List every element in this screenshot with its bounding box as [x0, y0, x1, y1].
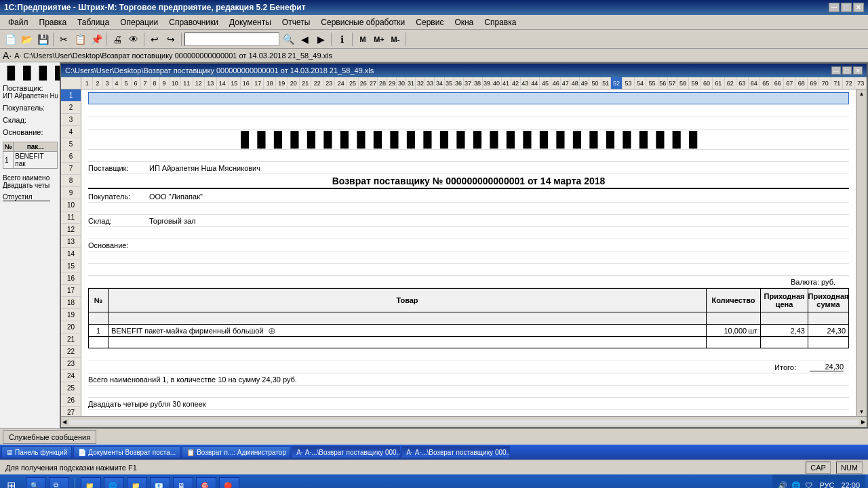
grid-row-5[interactable]: [88, 150, 849, 162]
row-num-18[interactable]: 18: [61, 297, 81, 309]
menu-table[interactable]: Таблица: [72, 16, 115, 28]
row-num-27[interactable]: 27: [61, 407, 81, 416]
grid-row-3[interactable]: [88, 118, 849, 130]
tb-m-minus[interactable]: M-: [388, 32, 403, 47]
maximize-button[interactable]: □: [841, 3, 852, 12]
col-27[interactable]: 27: [368, 77, 378, 89]
col-57[interactable]: 57: [668, 77, 677, 89]
menu-windows[interactable]: Окна: [449, 16, 479, 28]
col-16[interactable]: 16: [241, 77, 252, 89]
row-num-22[interactable]: 22: [61, 346, 81, 358]
row-num-19[interactable]: 19: [61, 309, 81, 321]
grid-row-6[interactable]: Поставщик: ИП Айрапетян Нша Мясникович: [88, 162, 849, 174]
win-task-app2[interactable]: 🔴: [219, 477, 239, 488]
task-spreadsheet-2[interactable]: А· А·...\Возврат поставщику 000...: [401, 446, 510, 458]
col-47[interactable]: 47: [561, 77, 570, 89]
col-38[interactable]: 38: [473, 77, 483, 89]
col-13[interactable]: 13: [205, 77, 216, 89]
col-43[interactable]: 43: [521, 77, 530, 89]
col-41[interactable]: 41: [502, 77, 511, 89]
row-num-17[interactable]: 17: [61, 285, 81, 297]
tb-print[interactable]: 🖨: [110, 32, 125, 47]
tb-redo[interactable]: ↪: [163, 32, 178, 47]
grid-row-18-data[interactable]: 1 BENEFIT пакет-майка фирменный большой …: [88, 325, 849, 337]
ss-maximize[interactable]: □: [842, 66, 852, 75]
col-67[interactable]: 67: [784, 77, 795, 89]
row-num-25[interactable]: 25: [61, 382, 81, 394]
col-62[interactable]: 62: [725, 77, 736, 89]
col-52[interactable]: 52: [611, 77, 623, 89]
grid-row-9[interactable]: [88, 203, 849, 215]
win-task-app1[interactable]: 🎯: [196, 477, 216, 488]
col-42[interactable]: 42: [511, 77, 521, 89]
col-56[interactable]: 56: [658, 77, 668, 89]
col-61[interactable]: 61: [713, 77, 724, 89]
grid-row-14[interactable]: [88, 264, 849, 276]
ss-minimize[interactable]: —: [831, 66, 841, 75]
row-num-5[interactable]: 5: [61, 138, 81, 150]
grid-row-10[interactable]: Склад: Торговый зал: [88, 215, 849, 227]
grid-row-25[interactable]: [88, 410, 849, 416]
grid-row-13[interactable]: [88, 251, 849, 264]
menu-help[interactable]: Справка: [479, 16, 521, 28]
win-task-taskview[interactable]: ⧉: [49, 477, 69, 488]
col-29[interactable]: 29: [387, 77, 397, 89]
ss-vertical-scrollbar[interactable]: ▲ ▼: [856, 89, 867, 416]
grid-row-20[interactable]: [88, 349, 849, 361]
col-12[interactable]: 12: [193, 77, 205, 89]
grid-row-2[interactable]: [88, 105, 849, 117]
ss-horizontal-scrollbar[interactable]: ◀ ▶: [61, 416, 867, 427]
item-qty-1[interactable]: 10,000 шт: [707, 325, 761, 337]
col-28[interactable]: 28: [378, 77, 387, 89]
col-6[interactable]: 6: [132, 77, 141, 89]
col-18[interactable]: 18: [264, 77, 275, 89]
col-35[interactable]: 35: [445, 77, 454, 89]
col-9[interactable]: 9: [160, 77, 170, 89]
grid-row-1[interactable]: [88, 92, 849, 104]
col-15[interactable]: 15: [229, 77, 240, 89]
col-72[interactable]: 72: [843, 77, 854, 89]
task-return-admin[interactable]: 📋 Возврат п...: Администратор: [182, 446, 290, 458]
menu-service-ops[interactable]: Сервисные обработки: [315, 16, 410, 28]
minimize-button[interactable]: —: [829, 3, 840, 12]
col-17[interactable]: 17: [252, 77, 264, 89]
win-task-browser[interactable]: 🌐: [104, 477, 124, 488]
col-68[interactable]: 68: [796, 77, 808, 89]
tb-m-plus[interactable]: M+: [372, 32, 387, 47]
col-14[interactable]: 14: [217, 77, 229, 89]
tb-search-go[interactable]: 🔍: [281, 32, 296, 47]
win-task-mail[interactable]: 📧: [150, 477, 170, 488]
row-num-13[interactable]: 13: [61, 236, 81, 248]
col-31[interactable]: 31: [406, 77, 416, 89]
service-messages-btn[interactable]: Служебные сообщения: [3, 430, 96, 444]
row-num-24[interactable]: 24: [61, 370, 81, 382]
col-26[interactable]: 26: [359, 77, 368, 89]
col-55[interactable]: 55: [646, 77, 658, 89]
menu-edit[interactable]: Правка: [34, 16, 73, 28]
col-5[interactable]: 5: [122, 77, 132, 89]
col-2[interactable]: 2: [93, 77, 102, 89]
col-63[interactable]: 63: [736, 77, 748, 89]
tray-icon-1[interactable]: 🔊: [778, 481, 787, 489]
grid-row-19[interactable]: [88, 337, 849, 349]
row-num-8[interactable]: 8: [61, 175, 81, 187]
tb-new[interactable]: 📄: [3, 32, 18, 47]
row-num-4[interactable]: 4: [61, 126, 81, 138]
col-73[interactable]: 73: [855, 77, 867, 89]
tray-icon-2[interactable]: 🌐: [791, 481, 801, 489]
tb-m[interactable]: M: [355, 32, 370, 47]
col-58[interactable]: 58: [677, 77, 689, 89]
row-num-26[interactable]: 26: [61, 394, 81, 407]
item-price-1[interactable]: 2,43: [761, 325, 808, 337]
task-spreadsheet-1[interactable]: А· А·...\Возврат поставщику 000...: [292, 446, 400, 458]
tb-search-next[interactable]: ▶: [313, 32, 328, 47]
row-num-14[interactable]: 14: [61, 248, 81, 260]
col-66[interactable]: 66: [772, 77, 784, 89]
tb-save[interactable]: 💾: [35, 32, 50, 47]
scroll-left-btn[interactable]: ◀: [61, 418, 68, 426]
win-task-search[interactable]: 🔍: [26, 477, 46, 488]
row-num-6[interactable]: 6: [61, 150, 81, 163]
col-48[interactable]: 48: [570, 77, 580, 89]
row-num-12[interactable]: 12: [61, 224, 81, 236]
col-49[interactable]: 49: [580, 77, 589, 89]
